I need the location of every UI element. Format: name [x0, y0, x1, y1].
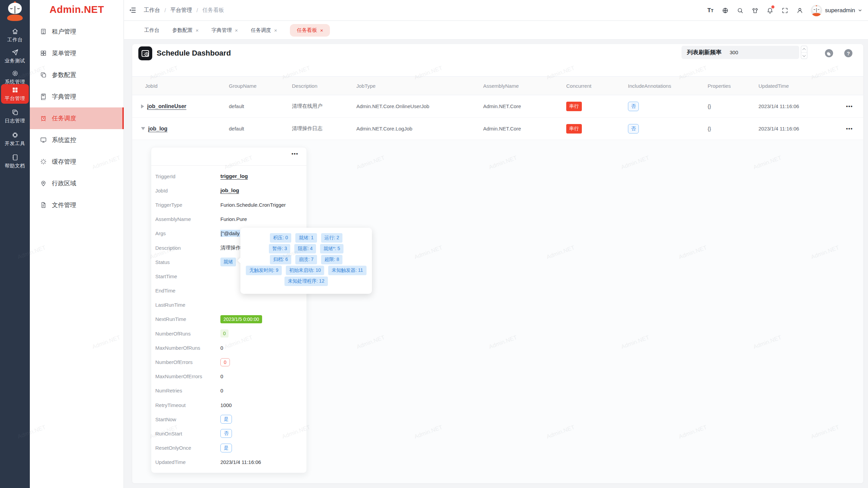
sidebar-item-admin-region[interactable]: 行政区域 — [30, 172, 124, 194]
detail-row: RunOnStart 否 — [155, 426, 303, 441]
column-header[interactable]: UpdatedTime — [758, 83, 836, 89]
copy-icon — [40, 72, 47, 78]
column-header[interactable]: IncludeAnnotations — [628, 83, 708, 89]
book-icon — [40, 93, 47, 100]
expand-arrow-icon[interactable] — [141, 104, 144, 108]
rail-item-dev-tools[interactable]: 开发工具 — [0, 129, 30, 149]
job-id-link[interactable]: job_log — [148, 126, 167, 132]
tab-task-dashboard[interactable]: 任务看板 × — [290, 24, 330, 37]
close-icon[interactable]: × — [274, 28, 277, 33]
user-avatar[interactable] — [811, 5, 822, 16]
trigger-detail-panel: ••• TriggerId trigger_log JobId job_log … — [151, 147, 307, 473]
font-size-icon[interactable]: TT — [703, 0, 718, 21]
include-annotations-badge: 否 — [628, 124, 639, 134]
trigger-id-link[interactable]: trigger_log — [220, 173, 248, 179]
close-icon[interactable]: × — [320, 28, 323, 33]
rail-item-help-docs[interactable]: 帮助文档 — [0, 151, 30, 171]
tab-label: 参数配置 — [172, 27, 193, 34]
chevron-down-icon[interactable] — [857, 8, 863, 13]
status-badge[interactable]: 就绪 — [220, 258, 236, 266]
refresh-rate-stepper[interactable] — [801, 46, 807, 59]
username[interactable]: superadmin — [825, 7, 855, 14]
rail-item-log-mgmt[interactable]: 日志管理 — [0, 106, 30, 126]
cell-assembly-name: Admin.NET.Core — [483, 126, 566, 131]
row-actions-menu[interactable]: ••• — [836, 126, 863, 131]
sidebar-item-param-config[interactable]: 参数配置 — [30, 64, 124, 86]
sidebar-item-label: 参数配置 — [52, 71, 76, 79]
row-actions-menu[interactable]: ••• — [836, 103, 863, 109]
rail-item-label: 平台管理 — [5, 95, 25, 102]
detail-label: AssemblyName — [155, 216, 220, 222]
breadcrumb-item-current: 任务看板 — [202, 7, 224, 14]
tab-param-config[interactable]: 参数配置 × — [172, 24, 199, 37]
cell-updated-time: 2023/1/4 11:16:06 — [758, 103, 836, 109]
cell-description: 清理在线用户 — [292, 103, 356, 109]
fullscreen-icon[interactable] — [777, 0, 792, 21]
loader-icon — [40, 158, 47, 165]
tab-label: 工作台 — [144, 27, 159, 34]
language-icon[interactable] — [718, 0, 733, 21]
tab-label: 字典管理 — [212, 27, 232, 34]
sidebar-item-system-monitor[interactable]: 系统监控 — [30, 129, 124, 151]
close-icon[interactable]: × — [196, 28, 199, 33]
detail-value: 2023/1/4 11:16:06 — [220, 459, 261, 465]
detail-label: Args — [155, 230, 220, 236]
sidebar-item-cache-mgmt[interactable]: 缓存管理 — [30, 151, 124, 172]
collapse-arrow-icon[interactable] — [141, 127, 145, 130]
help-icon[interactable]: ? — [844, 49, 852, 57]
search-icon[interactable] — [733, 0, 748, 21]
column-header[interactable]: Description — [292, 83, 356, 89]
theme-shirt-icon[interactable] — [748, 0, 763, 21]
detail-row: LastRunTime — [155, 298, 303, 312]
sidebar-item-task-schedule[interactable]: 任务调度 — [30, 107, 124, 129]
column-header[interactable]: AssemblyName — [483, 83, 566, 89]
send-icon — [12, 49, 19, 56]
column-header[interactable]: Properties — [708, 83, 758, 89]
tab-dict-mgmt[interactable]: 字典管理 × — [212, 24, 238, 37]
sidebar-item-dict-mgmt[interactable]: 字典管理 — [30, 86, 124, 107]
rail-item-business-test[interactable]: 业务测试 — [0, 46, 30, 66]
table-header-row: JobId GroupName Description JobType Asse… — [132, 76, 863, 95]
sidebar-item-file-mgmt[interactable]: 文件管理 — [30, 194, 124, 216]
schedule-dashboard-card: Schedule Dashboard 列表刷新频率 300 ? JobId Gr… — [132, 44, 863, 483]
breadcrumb-item[interactable]: 平台管理 — [170, 7, 192, 14]
job-id-link[interactable]: job_onlineUser — [147, 103, 186, 109]
column-header[interactable]: JobType — [356, 83, 483, 89]
notifications-bell-icon[interactable] — [763, 0, 777, 21]
refresh-rate-input[interactable]: 列表刷新频率 300 — [682, 46, 799, 59]
divider — [151, 165, 307, 166]
column-header[interactable]: JobId — [132, 83, 229, 89]
status-tag: 暂停: 3 — [269, 244, 291, 253]
number-of-runs-badge: 0 — [220, 329, 229, 338]
job-id-link[interactable]: job_log — [220, 187, 239, 194]
detail-label: StartTime — [155, 273, 220, 279]
chevron-down-icon[interactable] — [801, 53, 807, 59]
sidebar-item-tenant-mgmt[interactable]: 租户管理 — [30, 21, 124, 42]
cell-job-type: Admin.NET.Core.LogJob — [356, 126, 483, 131]
close-icon[interactable]: × — [235, 28, 238, 33]
detail-label: RetryTimeout — [155, 402, 220, 408]
chevron-up-icon[interactable] — [801, 46, 807, 53]
tab-label: 任务看板 — [297, 27, 317, 34]
detail-value: 1000 — [220, 402, 232, 408]
user-icon[interactable] — [792, 0, 807, 21]
breadcrumb-item[interactable]: 工作台 — [144, 7, 160, 14]
cell-properties: {} — [708, 103, 758, 109]
tab-workbench[interactable]: 工作台 — [144, 24, 159, 37]
dark-mode-moon-icon[interactable] — [825, 49, 833, 57]
sidebar-item-label: 任务调度 — [52, 114, 76, 122]
column-header[interactable]: GroupName — [229, 83, 292, 89]
rail-item-workbench[interactable]: 工作台 — [0, 25, 30, 45]
tab-task-schedule[interactable]: 任务调度 × — [251, 24, 277, 37]
detail-label: NumRetries — [155, 388, 220, 393]
detail-label: Status — [155, 259, 220, 265]
collapse-menu-icon[interactable] — [129, 6, 137, 14]
column-header[interactable]: Concurrent — [566, 83, 628, 89]
number-of-errors-badge: 0 — [220, 358, 230, 366]
detail-value: 0 — [220, 345, 223, 351]
detail-label: NumberOfRuns — [155, 331, 220, 337]
sidebar-item-menu-mgmt[interactable]: 菜单管理 — [30, 42, 124, 64]
rail-item-platform-mgmt[interactable]: 平台管理 — [1, 84, 29, 104]
detail-actions-menu[interactable]: ••• — [292, 151, 298, 157]
app-logo-mascot[interactable] — [6, 2, 24, 21]
